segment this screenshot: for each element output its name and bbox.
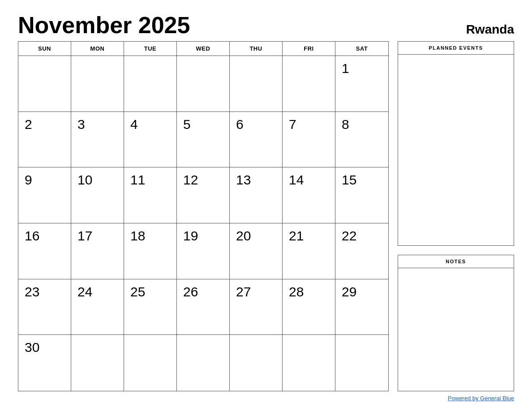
calendar-cell [283,335,335,391]
calendar-cell [335,335,388,391]
date-number: 3 [77,117,85,132]
calendar-cell: 10 [71,167,124,223]
calendar-cell: 30 [18,335,71,391]
date-number: 22 [342,228,356,243]
calendar-cell: 21 [283,223,335,279]
sidebar: PLANNED EVENTS NOTES [398,41,514,391]
notes-header: NOTES [398,255,514,268]
date-number: 25 [130,284,145,299]
calendar-cell: 22 [335,223,388,279]
calendar-cell: 14 [283,167,335,223]
day-tue: TUE [124,42,177,56]
day-wed: WED [177,42,230,56]
date-number: 5 [183,117,191,132]
date-number: 29 [342,284,356,299]
date-number: 12 [183,172,198,187]
calendar-cell: 4 [124,112,177,168]
date-number: 19 [183,228,198,243]
calendar-cell: 29 [335,279,388,335]
date-number: 17 [77,228,92,243]
day-fri: FRI [283,42,335,56]
calendar-cell: 26 [177,279,230,335]
date-number: 9 [25,172,32,187]
date-number: 24 [77,284,92,299]
calendar-cell: 17 [71,223,124,279]
month-title: November 2025 [18,13,190,37]
date-number: 16 [25,228,39,243]
calendar-cell [230,56,283,112]
calendar-cell: 13 [230,167,283,223]
date-number: 26 [183,284,198,299]
date-number: 13 [236,172,251,187]
calendar-cell: 23 [18,279,71,335]
calendar-cell [124,56,177,112]
day-sun: SUN [18,42,71,56]
country-title: Rwanda [466,22,514,37]
main-content: SUN MON TUE WED THU FRI SAT 123456789101… [18,41,514,391]
calendar-cell: 3 [71,112,124,168]
date-number: 14 [289,172,304,187]
day-thu: THU [230,42,283,56]
planned-events-body[interactable] [398,55,514,245]
date-number: 11 [130,172,145,187]
calendar-cell: 9 [18,167,71,223]
date-number: 8 [342,117,349,132]
calendar-cell [230,335,283,391]
calendar-cell: 19 [177,223,230,279]
date-number: 28 [289,284,304,299]
date-number: 23 [25,284,39,299]
calendar-cell: 5 [177,112,230,168]
date-number: 4 [130,117,138,132]
date-number: 6 [236,117,244,132]
calendar-cell: 12 [177,167,230,223]
calendar-cell: 7 [283,112,335,168]
calendar-cell: 27 [230,279,283,335]
calendar-cell [177,56,230,112]
calendar-cell: 15 [335,167,388,223]
date-number: 2 [25,117,32,132]
calendar-section: SUN MON TUE WED THU FRI SAT 123456789101… [18,41,389,391]
notes-box: NOTES [398,255,514,391]
calendar-cell: 1 [335,56,388,112]
notes-body[interactable] [398,268,514,391]
date-number: 1 [342,61,349,76]
day-sat: SAT [335,42,388,56]
calendar-cell: 25 [124,279,177,335]
calendar-cell [283,56,335,112]
calendar-cell: 2 [18,112,71,168]
date-number: 27 [236,284,251,299]
page-container: November 2025 Rwanda SUN MON TUE WED THU… [18,13,514,402]
calendar-cell [71,56,124,112]
calendar-cell [71,335,124,391]
header: November 2025 Rwanda [18,13,514,37]
planned-events-header: PLANNED EVENTS [398,42,514,55]
calendar-cell [177,335,230,391]
date-number: 10 [77,172,92,187]
calendar-cell: 28 [283,279,335,335]
calendar-cell: 8 [335,112,388,168]
calendar-cell: 16 [18,223,71,279]
date-number: 15 [342,172,356,187]
calendar-cell: 24 [71,279,124,335]
day-mon: MON [71,42,124,56]
calendar-header: SUN MON TUE WED THU FRI SAT [18,42,388,56]
date-number: 21 [289,228,304,243]
calendar-cell: 20 [230,223,283,279]
date-number: 18 [130,228,145,243]
calendar-cell: 11 [124,167,177,223]
calendar-cell: 18 [124,223,177,279]
footer: Powered by General Blue [18,391,514,402]
powered-by-link[interactable]: Powered by General Blue [448,395,514,402]
calendar-body: 1234567891011121314151617181920212223242… [18,56,388,391]
calendar-cell [18,56,71,112]
calendar-cell [124,335,177,391]
date-number: 20 [236,228,251,243]
date-number: 7 [289,117,296,132]
calendar-cell: 6 [230,112,283,168]
date-number: 30 [25,340,39,355]
planned-events-box: PLANNED EVENTS [398,41,514,246]
